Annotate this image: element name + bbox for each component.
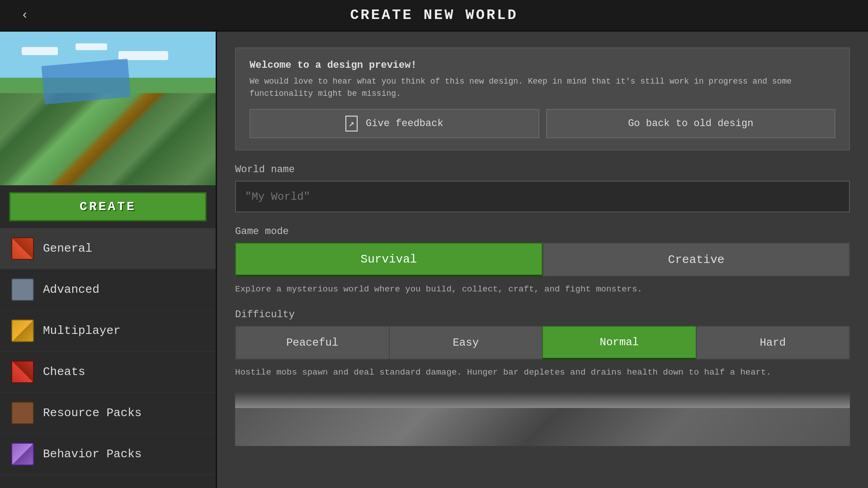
sidebar-label-resource-packs: Resource Packs xyxy=(43,406,142,420)
sidebar-item-general[interactable]: General xyxy=(0,228,216,269)
game-mode-description: Explore a mysterious world where you bui… xyxy=(235,283,850,296)
sidebar-label-advanced: Advanced xyxy=(43,283,99,296)
sidebar-nav: General Advanced Multiplayer Cheats Reso… xyxy=(0,228,216,488)
difficulty-section: Difficulty Peaceful Easy Normal Hard Hos… xyxy=(235,309,850,379)
cheats-icon xyxy=(11,361,34,383)
multiplayer-icon xyxy=(11,319,34,342)
sidebar-label-general: General xyxy=(43,242,92,255)
external-link-icon: ↗ xyxy=(345,116,358,131)
content-area: Welcome to a design preview! We would lo… xyxy=(217,32,868,488)
give-feedback-button[interactable]: ↗ Give feedback xyxy=(250,109,539,138)
game-mode-label: Game mode xyxy=(235,226,850,237)
creative-mode-button[interactable]: Creative xyxy=(542,243,850,277)
difficulty-buttons: Peaceful Easy Normal Hard xyxy=(235,326,850,360)
easy-difficulty-button[interactable]: Easy xyxy=(389,326,542,360)
game-mode-section: Game mode Survival Creative Explore a my… xyxy=(235,226,850,296)
sidebar-item-advanced[interactable]: Advanced xyxy=(0,269,216,310)
create-button[interactable]: CREATE xyxy=(9,192,207,221)
peaceful-difficulty-button[interactable]: Peaceful xyxy=(235,326,389,360)
game-mode-buttons: Survival Creative xyxy=(235,243,850,277)
feedback-btn-label: Give feedback xyxy=(366,118,443,129)
go-back-old-design-button[interactable]: Go back to old design xyxy=(546,109,836,138)
survival-mode-button[interactable]: Survival xyxy=(235,243,542,277)
sidebar: CREATE General Advanced Multiplayer Chea… xyxy=(0,32,217,488)
world-name-section: World name xyxy=(235,164,850,212)
resource-packs-icon xyxy=(11,402,34,424)
sidebar-item-multiplayer[interactable]: Multiplayer xyxy=(0,310,216,352)
bottom-preview-image xyxy=(235,392,850,446)
sidebar-label-behavior-packs: Behavior Packs xyxy=(43,447,142,461)
cloud xyxy=(22,47,58,55)
behavior-packs-icon xyxy=(11,443,34,465)
world-preview xyxy=(0,32,216,185)
difficulty-description: Hostile mobs spawn and deal standard dam… xyxy=(235,366,850,379)
old-design-btn-label: Go back to old design xyxy=(628,118,753,129)
header: ‹ CREATE NEW WORLD xyxy=(0,0,868,32)
difficulty-label: Difficulty xyxy=(235,309,850,320)
sidebar-item-cheats[interactable]: Cheats xyxy=(0,352,216,393)
preview-banner-title: Welcome to a design preview! xyxy=(250,60,835,71)
preview-banner: Welcome to a design preview! We would lo… xyxy=(235,47,850,150)
world-name-input[interactable] xyxy=(235,181,850,212)
page-title: CREATE NEW WORLD xyxy=(350,7,518,23)
cloud xyxy=(118,51,168,60)
general-icon xyxy=(11,237,34,260)
sidebar-item-behavior-packs[interactable]: Behavior Packs xyxy=(0,434,216,475)
cloud xyxy=(75,43,107,50)
hard-difficulty-button[interactable]: Hard xyxy=(696,326,850,360)
world-name-label: World name xyxy=(235,164,850,175)
preview-banner-description: We would love to hear what you think of … xyxy=(250,75,835,100)
preview-buttons: ↗ Give feedback Go back to old design xyxy=(250,109,835,138)
advanced-icon xyxy=(11,278,34,301)
normal-difficulty-button[interactable]: Normal xyxy=(542,326,696,360)
sky xyxy=(0,39,216,78)
sidebar-label-multiplayer: Multiplayer xyxy=(43,324,121,338)
back-button[interactable]: ‹ xyxy=(14,4,36,27)
sidebar-item-resource-packs[interactable]: Resource Packs xyxy=(0,393,216,434)
main-layout: CREATE General Advanced Multiplayer Chea… xyxy=(0,32,868,488)
sidebar-label-cheats: Cheats xyxy=(43,365,85,379)
